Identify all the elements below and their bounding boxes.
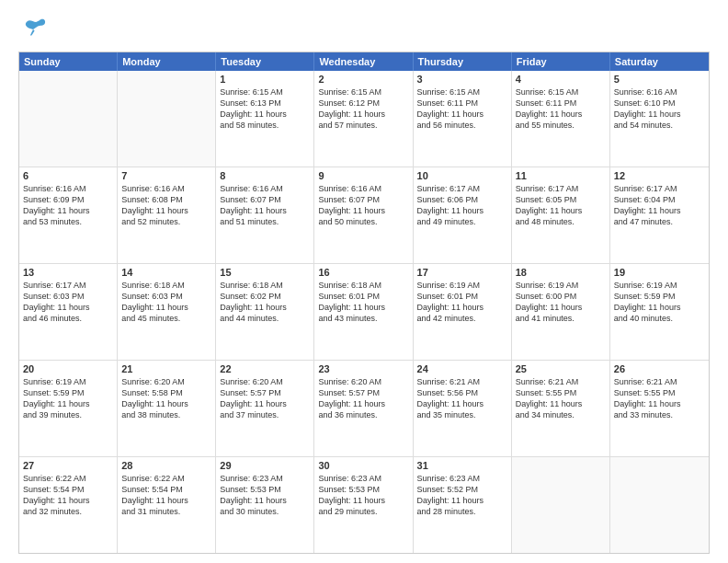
- day-info: Sunrise: 6:19 AM Sunset: 6:00 PM Dayligh…: [516, 280, 606, 325]
- day-cell-5: 5Sunrise: 6:16 AM Sunset: 6:10 PM Daylig…: [610, 71, 709, 167]
- day-info: Sunrise: 6:21 AM Sunset: 5:55 PM Dayligh…: [614, 376, 705, 421]
- day-number: 29: [220, 460, 310, 471]
- day-number: 12: [614, 170, 705, 181]
- empty-cell: [19, 71, 118, 167]
- day-info: Sunrise: 6:21 AM Sunset: 5:55 PM Dayligh…: [516, 376, 606, 421]
- logo-icon: [18, 15, 48, 44]
- day-info: Sunrise: 6:20 AM Sunset: 5:57 PM Dayligh…: [318, 376, 408, 421]
- day-cell-7: 7Sunrise: 6:16 AM Sunset: 6:08 PM Daylig…: [118, 167, 216, 263]
- day-info: Sunrise: 6:15 AM Sunset: 6:13 PM Dayligh…: [220, 86, 310, 132]
- day-info: Sunrise: 6:18 AM Sunset: 6:03 PM Dayligh…: [121, 280, 211, 325]
- day-cell-25: 25Sunrise: 6:21 AM Sunset: 5:55 PM Dayli…: [512, 361, 610, 456]
- day-cell-29: 29Sunrise: 6:23 AM Sunset: 5:53 PM Dayli…: [216, 457, 314, 553]
- day-number: 9: [318, 170, 408, 181]
- day-info: Sunrise: 6:16 AM Sunset: 6:08 PM Dayligh…: [121, 183, 211, 228]
- day-info: Sunrise: 6:23 AM Sunset: 5:52 PM Dayligh…: [417, 473, 507, 518]
- day-info: Sunrise: 6:23 AM Sunset: 5:53 PM Dayligh…: [318, 473, 408, 518]
- calendar-row-0: 1Sunrise: 6:15 AM Sunset: 6:13 PM Daylig…: [19, 71, 709, 167]
- day-info: Sunrise: 6:15 AM Sunset: 6:12 PM Dayligh…: [318, 86, 408, 132]
- calendar-row-4: 27Sunrise: 6:22 AM Sunset: 5:54 PM Dayli…: [19, 456, 709, 553]
- day-info: Sunrise: 6:18 AM Sunset: 6:02 PM Dayligh…: [220, 280, 310, 325]
- day-number: 15: [220, 267, 310, 278]
- calendar: SundayMondayTuesdayWednesdayThursdayFrid…: [18, 52, 710, 554]
- day-cell-21: 21Sunrise: 6:20 AM Sunset: 5:58 PM Dayli…: [118, 361, 216, 456]
- day-cell-4: 4Sunrise: 6:15 AM Sunset: 6:11 PM Daylig…: [512, 71, 610, 167]
- day-number: 7: [121, 170, 211, 181]
- empty-cell: [118, 71, 216, 167]
- calendar-row-2: 13Sunrise: 6:17 AM Sunset: 6:03 PM Dayli…: [19, 263, 709, 360]
- header: [18, 15, 710, 44]
- day-info: Sunrise: 6:19 AM Sunset: 5:59 PM Dayligh…: [614, 280, 705, 325]
- day-cell-13: 13Sunrise: 6:17 AM Sunset: 6:03 PM Dayli…: [19, 264, 118, 360]
- day-cell-28: 28Sunrise: 6:22 AM Sunset: 5:54 PM Dayli…: [118, 457, 216, 553]
- day-info: Sunrise: 6:15 AM Sunset: 6:11 PM Dayligh…: [516, 86, 606, 132]
- day-number: 17: [417, 267, 507, 278]
- day-number: 19: [614, 267, 705, 278]
- day-info: Sunrise: 6:20 AM Sunset: 5:57 PM Dayligh…: [220, 376, 310, 421]
- day-cell-6: 6Sunrise: 6:16 AM Sunset: 6:09 PM Daylig…: [19, 167, 118, 263]
- day-number: 30: [318, 460, 408, 471]
- day-cell-9: 9Sunrise: 6:16 AM Sunset: 6:07 PM Daylig…: [314, 167, 413, 263]
- day-cell-1: 1Sunrise: 6:15 AM Sunset: 6:13 PM Daylig…: [216, 71, 314, 167]
- day-info: Sunrise: 6:17 AM Sunset: 6:05 PM Dayligh…: [516, 183, 606, 228]
- day-cell-26: 26Sunrise: 6:21 AM Sunset: 5:55 PM Dayli…: [610, 361, 709, 456]
- day-cell-3: 3Sunrise: 6:15 AM Sunset: 6:11 PM Daylig…: [414, 71, 512, 167]
- day-number: 23: [318, 363, 408, 374]
- day-number: 26: [614, 363, 705, 374]
- calendar-row-3: 20Sunrise: 6:19 AM Sunset: 5:59 PM Dayli…: [19, 360, 709, 456]
- day-number: 20: [23, 363, 113, 374]
- weekday-header-saturday: Saturday: [610, 52, 709, 71]
- day-info: Sunrise: 6:23 AM Sunset: 5:53 PM Dayligh…: [220, 473, 310, 518]
- day-cell-14: 14Sunrise: 6:18 AM Sunset: 6:03 PM Dayli…: [118, 264, 216, 360]
- day-number: 25: [516, 363, 606, 374]
- calendar-body: 1Sunrise: 6:15 AM Sunset: 6:13 PM Daylig…: [19, 71, 709, 553]
- calendar-header: SundayMondayTuesdayWednesdayThursdayFrid…: [19, 52, 709, 71]
- day-cell-11: 11Sunrise: 6:17 AM Sunset: 6:05 PM Dayli…: [512, 167, 610, 263]
- day-cell-31: 31Sunrise: 6:23 AM Sunset: 5:52 PM Dayli…: [414, 457, 512, 553]
- day-info: Sunrise: 6:16 AM Sunset: 6:07 PM Dayligh…: [220, 183, 310, 228]
- day-cell-12: 12Sunrise: 6:17 AM Sunset: 6:04 PM Dayli…: [610, 167, 709, 263]
- day-info: Sunrise: 6:21 AM Sunset: 5:56 PM Dayligh…: [417, 376, 507, 421]
- empty-cell: [610, 457, 709, 553]
- day-number: 4: [516, 74, 606, 85]
- day-number: 8: [220, 170, 310, 181]
- day-cell-2: 2Sunrise: 6:15 AM Sunset: 6:12 PM Daylig…: [314, 71, 413, 167]
- weekday-header-sunday: Sunday: [19, 52, 118, 71]
- day-number: 18: [516, 267, 606, 278]
- day-cell-30: 30Sunrise: 6:23 AM Sunset: 5:53 PM Dayli…: [314, 457, 413, 553]
- day-number: 22: [220, 363, 310, 374]
- day-info: Sunrise: 6:17 AM Sunset: 6:04 PM Dayligh…: [614, 183, 705, 228]
- day-cell-10: 10Sunrise: 6:17 AM Sunset: 6:06 PM Dayli…: [414, 167, 512, 263]
- day-cell-18: 18Sunrise: 6:19 AM Sunset: 6:00 PM Dayli…: [512, 264, 610, 360]
- day-number: 31: [417, 460, 507, 471]
- day-number: 21: [121, 363, 211, 374]
- calendar-row-1: 6Sunrise: 6:16 AM Sunset: 6:09 PM Daylig…: [19, 167, 709, 263]
- day-info: Sunrise: 6:16 AM Sunset: 6:09 PM Dayligh…: [23, 183, 113, 228]
- day-info: Sunrise: 6:15 AM Sunset: 6:11 PM Dayligh…: [417, 86, 507, 132]
- weekday-header-monday: Monday: [118, 52, 216, 71]
- day-info: Sunrise: 6:19 AM Sunset: 6:01 PM Dayligh…: [417, 280, 507, 325]
- day-info: Sunrise: 6:18 AM Sunset: 6:01 PM Dayligh…: [318, 280, 408, 325]
- weekday-header-thursday: Thursday: [414, 52, 512, 71]
- day-number: 10: [417, 170, 507, 181]
- day-cell-23: 23Sunrise: 6:20 AM Sunset: 5:57 PM Dayli…: [314, 361, 413, 456]
- day-info: Sunrise: 6:16 AM Sunset: 6:10 PM Dayligh…: [614, 86, 705, 132]
- day-cell-20: 20Sunrise: 6:19 AM Sunset: 5:59 PM Dayli…: [19, 361, 118, 456]
- day-number: 3: [417, 74, 507, 85]
- empty-cell: [512, 457, 610, 553]
- day-number: 11: [516, 170, 606, 181]
- day-info: Sunrise: 6:17 AM Sunset: 6:03 PM Dayligh…: [23, 280, 113, 325]
- day-number: 1: [220, 74, 310, 85]
- day-cell-16: 16Sunrise: 6:18 AM Sunset: 6:01 PM Dayli…: [314, 264, 413, 360]
- day-info: Sunrise: 6:20 AM Sunset: 5:58 PM Dayligh…: [121, 376, 211, 421]
- day-number: 14: [121, 267, 211, 278]
- day-number: 6: [23, 170, 113, 181]
- day-info: Sunrise: 6:16 AM Sunset: 6:07 PM Dayligh…: [318, 183, 408, 228]
- logo: [18, 15, 51, 44]
- day-number: 27: [23, 460, 113, 471]
- day-cell-27: 27Sunrise: 6:22 AM Sunset: 5:54 PM Dayli…: [19, 457, 118, 553]
- day-cell-24: 24Sunrise: 6:21 AM Sunset: 5:56 PM Dayli…: [414, 361, 512, 456]
- weekday-header-tuesday: Tuesday: [216, 52, 314, 71]
- page: SundayMondayTuesdayWednesdayThursdayFrid…: [0, 0, 728, 563]
- weekday-header-friday: Friday: [512, 52, 610, 71]
